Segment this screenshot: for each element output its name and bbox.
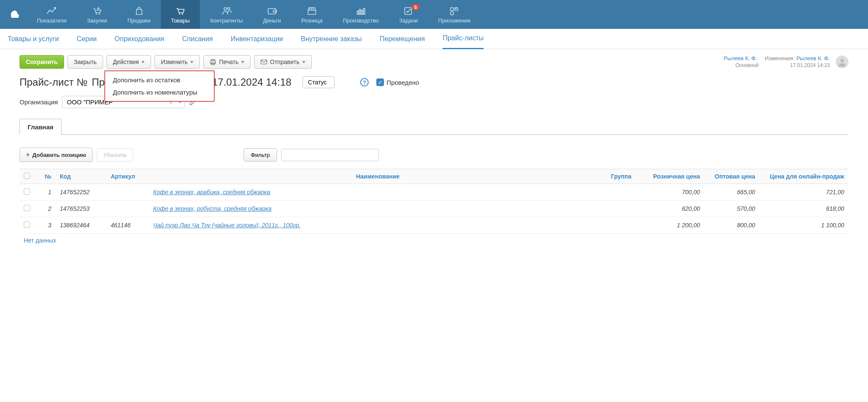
positions-toolbar: +Добавить позицию Удалить Фильтр [20, 148, 848, 162]
org-label: Организация [20, 98, 58, 106]
apps-icon [449, 6, 460, 16]
nav-goods[interactable]: Товары [161, 0, 200, 29]
owner-sub: Основной [736, 62, 759, 68]
row-checkbox[interactable] [24, 221, 30, 228]
cart-icon [175, 6, 186, 16]
row-wholesale: 800,00 [704, 217, 759, 234]
close-button[interactable]: Закрыть [67, 55, 103, 69]
select-all-checkbox[interactable] [24, 173, 30, 179]
nav-contractors[interactable]: Контрагенты [200, 0, 253, 29]
row-name: Кофе в зернах, робуста, средняя обжарка [149, 201, 607, 217]
col-article[interactable]: Артикул [106, 169, 149, 184]
nav-money[interactable]: Деньги [253, 0, 291, 29]
menu-fill-from-catalog[interactable]: Дополнить из номенклатуры [105, 86, 214, 98]
row-name: Кофе в зернах, арабика, средняя обжарка [149, 184, 607, 201]
row-online: 618,00 [759, 201, 848, 217]
logo[interactable] [6, 6, 22, 22]
svg-rect-11 [364, 8, 365, 14]
toolbar-meta: Рылеев К. Ф. Основной Изменения: Рылеев … [724, 55, 848, 68]
nav-retail[interactable]: Розница [291, 0, 333, 29]
status-button[interactable]: Статус [302, 76, 335, 88]
row-name-link[interactable]: Кофе в зернах, арабика, средняя обжарка [153, 189, 270, 195]
nav-indicators[interactable]: Показатели [27, 0, 77, 29]
save-button[interactable]: Сохранить [20, 55, 64, 69]
row-wholesale: 665,00 [704, 184, 759, 201]
nav-purchases[interactable]: Закупки [77, 0, 117, 29]
subnav-series[interactable]: Серии [77, 29, 97, 49]
row-code: 147652252 [56, 184, 106, 201]
subnav-receipts[interactable]: Оприходования [115, 29, 164, 49]
print-button[interactable]: Печать [203, 55, 251, 69]
nav-apps[interactable]: Приложения [428, 0, 481, 29]
add-position-button[interactable]: +Добавить позицию [20, 148, 92, 162]
subnav-pricelists[interactable]: Прайс-листы [442, 29, 484, 49]
no-data-label: Нет данных [20, 234, 848, 247]
positions-search-input[interactable] [281, 149, 379, 161]
svg-rect-12 [405, 8, 412, 14]
caret-down-icon [302, 61, 305, 63]
col-wholesale[interactable]: Оптовая цена [704, 169, 759, 184]
tabs: Главная [20, 118, 848, 135]
edit-button[interactable]: Изменить [154, 55, 200, 69]
svg-point-3 [182, 13, 183, 14]
caret-down-icon [141, 61, 145, 63]
content: Сохранить Закрыть Действия Изменить Печа… [0, 49, 868, 253]
posted-checkbox-row[interactable]: ✓ Проведено [376, 78, 419, 86]
wallet-icon [266, 6, 277, 16]
row-online: 721,00 [759, 184, 848, 201]
nav-tasks[interactable]: 5 Задачи [389, 0, 428, 29]
row-online: 1 100,00 [759, 217, 848, 234]
row-name-link[interactable]: Кофе в зернах, робуста, средняя обжарка [153, 205, 272, 212]
col-num[interactable]: № [34, 169, 56, 184]
subnav-internal-orders[interactable]: Внутренние заказы [301, 29, 362, 49]
nav-sales[interactable]: Продажи [117, 0, 160, 29]
owner-block[interactable]: Рылеев К. Ф. Основной [724, 55, 759, 68]
row-group [607, 217, 645, 234]
svg-rect-6 [268, 8, 276, 14]
envelope-icon [260, 59, 267, 64]
subnav-writeoffs[interactable]: Списания [182, 29, 213, 49]
caret-down-icon [241, 61, 244, 63]
posted-checkbox[interactable]: ✓ [376, 78, 384, 86]
col-code[interactable]: Код [56, 169, 106, 184]
row-name-link[interactable]: Чай пуэр Лао Ча Тоу (чайные головы), 201… [153, 222, 301, 229]
col-online[interactable]: Цена для онлайн-продаж [759, 169, 848, 184]
svg-point-0 [95, 13, 97, 14]
col-name[interactable]: Наименование [149, 169, 607, 184]
row-name: Чай пуэр Лао Ча Тоу (чайные головы), 201… [149, 217, 607, 234]
menu-fill-from-stock[interactable]: Дополнить из остатков [105, 74, 214, 86]
avatar[interactable] [836, 56, 848, 68]
changes-date: 17.01.2024 14:23 [790, 62, 830, 68]
changes-block: Изменения: Рылеев К. Ф. 17.01.2024 14:23 [765, 55, 830, 68]
edit-dropdown-menu: Дополнить из остатков Дополнить из номен… [104, 70, 215, 102]
nav-production[interactable]: Производство [333, 0, 389, 29]
row-article: 461146 [106, 217, 149, 234]
owner-name: Рылеев К. Ф. [724, 55, 757, 61]
table-row[interactable]: 3 138692464 461146 Чай пуэр Лао Ча Тоу (… [20, 217, 848, 234]
tab-main[interactable]: Главная [20, 119, 62, 135]
svg-point-5 [227, 7, 230, 9]
row-retail: 1 200,00 [645, 217, 704, 234]
row-checkbox[interactable] [24, 188, 30, 195]
filter-button[interactable]: Фильтр [244, 148, 277, 162]
help-icon[interactable]: ? [360, 78, 369, 87]
svg-point-2 [179, 13, 180, 14]
col-group[interactable]: Группа [607, 169, 645, 184]
subnav-goods-services[interactable]: Товары и услуги [8, 29, 59, 49]
subnav-transfers[interactable]: Перемещения [380, 29, 425, 49]
store-icon [306, 6, 317, 16]
table-row[interactable]: 1 147652252 Кофе в зернах, арабика, сред… [20, 184, 848, 201]
send-button[interactable]: Отправить [254, 55, 311, 69]
row-checkbox[interactable] [24, 205, 30, 211]
svg-point-1 [98, 13, 100, 14]
col-retail[interactable]: Розничная цена [645, 169, 704, 184]
svg-rect-8 [357, 11, 358, 14]
caret-down-icon [190, 61, 193, 63]
row-retail: 700,00 [645, 184, 704, 201]
table-row[interactable]: 2 147652253 Кофе в зернах, робуста, сред… [20, 201, 848, 217]
subnav-inventory[interactable]: Инвентаризации [231, 29, 283, 49]
top-nav: Показатели Закупки Продажи Товары Контра… [0, 0, 868, 29]
title-date: 17.01.2024 14:18 [212, 76, 291, 88]
actions-button[interactable]: Действия [106, 55, 151, 69]
svg-point-4 [224, 8, 227, 10]
